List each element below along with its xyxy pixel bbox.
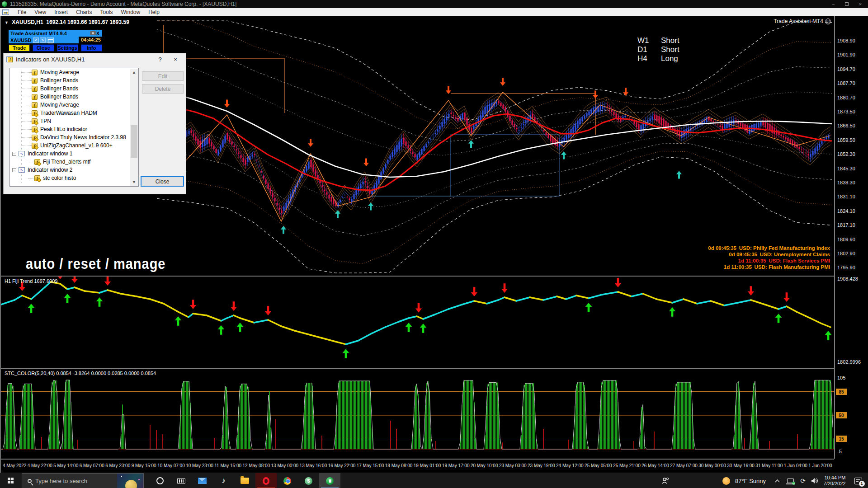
fiji-trend-panel[interactable] <box>1 277 834 368</box>
menu-insert[interactable]: Insert <box>50 9 72 15</box>
scroll-down-icon[interactable]: ▼ <box>130 178 138 186</box>
time-label: 13 May 00:00 <box>271 463 299 468</box>
indicators-dialog-titlebar[interactable]: Indicators on XAUUSD,H1 ? × <box>4 53 186 66</box>
prev-symbol-button[interactable]: < <box>33 38 39 43</box>
menu-window[interactable]: Window <box>117 9 145 15</box>
indicator-list-item[interactable]: fUniZigZagChannel_v1.9 600+ <box>10 141 138 150</box>
metatrader-logo-icon <box>2 1 7 7</box>
price-label: 1817.10 <box>837 222 855 228</box>
scroll-up-icon[interactable]: ▲ <box>130 69 138 76</box>
menu-view[interactable]: View <box>30 9 50 15</box>
indicator-list-item[interactable]: fBollinger Bands <box>10 93 138 101</box>
indicator-list-item[interactable]: fMoving Average <box>10 101 138 109</box>
stc-level-badge: 50 <box>836 412 847 418</box>
scrollbar[interactable]: ▲ ▼ <box>130 69 138 186</box>
collapse-icon[interactable]: − <box>12 152 16 156</box>
chevron-down-icon[interactable]: ▼ <box>5 20 9 25</box>
price-label: 1859.50 <box>837 137 855 143</box>
menu-charts[interactable]: Charts <box>72 9 96 15</box>
indicator-label: Moving Average <box>40 69 79 75</box>
indicator-list-item[interactable]: fTPN <box>10 117 138 125</box>
menu-help[interactable]: Help <box>144 9 164 15</box>
taskbar-app-chrome[interactable] <box>277 473 298 488</box>
chart-watermark-text: auto / reset / manage <box>26 256 166 273</box>
indicator-list-item[interactable]: fPeak HiLo indicator <box>10 125 138 133</box>
sun-icon <box>722 477 730 485</box>
fiji-panel-label: H1 Fiji Trend 1697.6009 <box>5 278 57 284</box>
search-daily-image[interactable] <box>117 474 143 488</box>
menu-file[interactable]: File <box>14 9 30 15</box>
taskbar-app-finance[interactable]: $ <box>298 473 319 488</box>
taskbar-app-opera[interactable] <box>255 473 277 488</box>
tree-stub <box>22 97 32 97</box>
camera-icon[interactable] <box>90 31 96 35</box>
stc-histogram-panel[interactable] <box>1 369 834 459</box>
indicator-label: TraderWawasan HADM <box>40 110 97 116</box>
next-symbol-button[interactable]: > <box>40 38 46 43</box>
time-label: 17 May 15:00 <box>357 463 384 468</box>
time-label: 25 May 21:00 <box>613 463 641 468</box>
taskbar-app-keyboard[interactable] <box>170 473 192 488</box>
time-label: 18 May 08:00 <box>385 463 413 468</box>
time-label: 9 May 15:00 <box>132 463 156 468</box>
taskbar-clock[interactable]: 10:44 PM7/20/2022 <box>821 473 848 488</box>
time-label: 13 May 16:00 <box>300 463 327 468</box>
edit-button[interactable]: Edit <box>142 71 184 81</box>
time-label: 6 May 23:00 <box>105 463 130 468</box>
action-center-button[interactable]: 1 <box>851 473 865 488</box>
ta-button-info[interactable]: Info <box>81 44 102 52</box>
ta-button-settings[interactable]: Settings <box>57 44 78 52</box>
delete-button[interactable]: Delete <box>142 84 184 94</box>
indicator-window-item[interactable]: −∿Indicator window 1 <box>10 150 138 158</box>
indicator-list-item[interactable]: fstc color histo <box>10 174 138 182</box>
help-button[interactable]: ? <box>152 56 168 63</box>
chevron-up-icon <box>775 479 780 483</box>
price-label: 1873.50 <box>837 109 855 114</box>
indicator-list[interactable]: fMoving AveragefBollinger BandsfBollinge… <box>9 68 139 187</box>
tree-stub <box>22 129 32 130</box>
weather-icon-wrap[interactable] <box>720 473 732 488</box>
dialog-close-button[interactable]: × <box>168 56 183 63</box>
start-button[interactable] <box>0 473 22 488</box>
menu-tools[interactable]: Tools <box>96 9 117 15</box>
indicator-window-item[interactable]: −∿Indicator window 2 <box>10 166 138 174</box>
restore-button[interactable] <box>840 0 854 8</box>
indicator-list-item[interactable]: fDaVinci Truly News Indicator 2.3.98 <box>10 133 138 141</box>
trade-assistant-close[interactable]: X <box>96 31 99 36</box>
collapse-icon[interactable]: − <box>12 168 16 172</box>
indicator-list-item[interactable]: fTraderWawasan HADM <box>10 109 138 117</box>
indicator-list-item[interactable]: fMoving Average <box>10 68 138 76</box>
tray-network-button[interactable] <box>784 473 797 488</box>
keyboard-icon <box>177 478 185 484</box>
ta-button-trade[interactable]: Trade <box>9 44 30 52</box>
indicators-dialog: Indicators on XAUUSD,H1 ? × fMoving Aver… <box>3 53 186 194</box>
tray-volume-button[interactable] <box>809 473 820 488</box>
folder-icon[interactable] <box>47 38 54 43</box>
trend-row: D1Short <box>637 45 679 54</box>
time-axis[interactable]: 4 May 20224 May 22:005 May 14:006 May 07… <box>1 460 834 471</box>
close-button[interactable]: Close <box>141 176 184 187</box>
people-button[interactable] <box>656 473 675 488</box>
taskbar-app-o-ring[interactable] <box>149 473 170 488</box>
taskbar-app-file-explorer[interactable] <box>234 473 255 488</box>
weather-text[interactable]: 87°F Sunny <box>731 473 769 488</box>
tray-update-button[interactable]: ⟳ <box>797 473 808 488</box>
taskbar-app-mail[interactable] <box>192 473 213 488</box>
sad-face-icon[interactable]: ☹ <box>825 19 831 24</box>
taskbar-app-metatrader[interactable] <box>319 473 340 488</box>
indicator-list-item[interactable]: fBollinger Bands <box>10 84 138 93</box>
price-scale[interactable]: 1908.428 1802.9996 105 -5 1908.901901.90… <box>835 16 868 473</box>
indicator-list-item[interactable]: fBollinger Bands <box>10 76 138 84</box>
scroll-thumb[interactable] <box>131 125 137 158</box>
indicator-list-item[interactable]: fFiji Trend_alerts mtf <box>10 158 138 166</box>
ta-button-close[interactable]: Close <box>33 44 54 52</box>
taskbar-app-music[interactable]: ♪ <box>213 473 234 488</box>
price-label: 1802.90 <box>837 251 855 256</box>
close-button[interactable]: × <box>854 0 867 8</box>
trade-assistant-titlebar[interactable]: Trade Assistant MT4 9.4 X <box>9 30 102 37</box>
windows-logo-icon <box>8 478 14 484</box>
trade-assistant-symbol-row: XAUUSD < > 04:44:25 <box>9 37 102 43</box>
minimize-button[interactable]: – <box>826 0 840 8</box>
tray-expand-button[interactable] <box>771 473 783 488</box>
taskbar-search[interactable]: Type here to search <box>22 473 144 488</box>
